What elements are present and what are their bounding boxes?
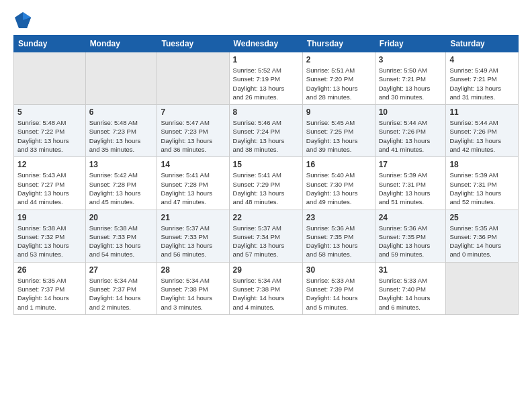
day-info: Sunrise: 5:39 AM Sunset: 7:31 PM Dayligh…: [449, 171, 515, 206]
day-number: 23: [306, 213, 371, 222]
day-cell: 4Sunrise: 5:49 AM Sunset: 7:21 PM Daylig…: [446, 52, 519, 105]
day-cell: [85, 52, 157, 105]
day-cell: 30Sunrise: 5:33 AM Sunset: 7:39 PM Dayli…: [302, 262, 375, 314]
day-cell: 27Sunrise: 5:34 AM Sunset: 7:37 PM Dayli…: [85, 262, 157, 314]
day-info: Sunrise: 5:48 AM Sunset: 7:23 PM Dayligh…: [89, 118, 154, 154]
week-row-4: 19Sunrise: 5:38 AM Sunset: 7:32 PM Dayli…: [14, 210, 519, 262]
day-number: 19: [17, 213, 82, 222]
day-number: 22: [233, 213, 299, 222]
day-number: 12: [17, 160, 82, 169]
day-cell: 19Sunrise: 5:38 AM Sunset: 7:32 PM Dayli…: [14, 210, 86, 262]
weekday-wednesday: Wednesday: [229, 36, 302, 52]
day-number: 16: [306, 160, 371, 169]
logo-icon: [13, 11, 32, 30]
day-cell: 7Sunrise: 5:47 AM Sunset: 7:23 PM Daylig…: [157, 105, 229, 157]
day-cell: 17Sunrise: 5:39 AM Sunset: 7:31 PM Dayli…: [375, 157, 446, 210]
day-cell: 6Sunrise: 5:48 AM Sunset: 7:23 PM Daylig…: [85, 105, 157, 157]
day-number: 29: [233, 265, 299, 275]
day-info: Sunrise: 5:33 AM Sunset: 7:39 PM Dayligh…: [306, 276, 371, 312]
weekday-saturday: Saturday: [446, 36, 519, 52]
day-cell: 9Sunrise: 5:45 AM Sunset: 7:25 PM Daylig…: [302, 105, 375, 157]
day-number: 4: [449, 55, 515, 64]
day-info: Sunrise: 5:38 AM Sunset: 7:33 PM Dayligh…: [89, 224, 154, 259]
day-number: 21: [161, 213, 225, 222]
day-info: Sunrise: 5:44 AM Sunset: 7:26 PM Dayligh…: [449, 118, 515, 154]
day-number: 1: [233, 55, 299, 64]
day-cell: 18Sunrise: 5:39 AM Sunset: 7:31 PM Dayli…: [446, 157, 519, 210]
day-info: Sunrise: 5:43 AM Sunset: 7:27 PM Dayligh…: [17, 171, 82, 206]
day-number: 24: [379, 213, 443, 222]
day-cell: 22Sunrise: 5:37 AM Sunset: 7:34 PM Dayli…: [229, 210, 302, 262]
day-number: 9: [306, 107, 371, 117]
day-info: Sunrise: 5:41 AM Sunset: 7:29 PM Dayligh…: [233, 171, 299, 206]
day-info: Sunrise: 5:46 AM Sunset: 7:24 PM Dayligh…: [233, 118, 299, 154]
day-info: Sunrise: 5:41 AM Sunset: 7:28 PM Dayligh…: [161, 171, 225, 206]
week-row-3: 12Sunrise: 5:43 AM Sunset: 7:27 PM Dayli…: [14, 157, 519, 210]
day-cell: 26Sunrise: 5:35 AM Sunset: 7:37 PM Dayli…: [14, 262, 86, 314]
day-number: 25: [449, 213, 515, 222]
day-info: Sunrise: 5:35 AM Sunset: 7:37 PM Dayligh…: [17, 276, 82, 312]
day-info: Sunrise: 5:37 AM Sunset: 7:33 PM Dayligh…: [161, 224, 225, 259]
day-number: 27: [89, 265, 154, 275]
day-info: Sunrise: 5:52 AM Sunset: 7:19 PM Dayligh…: [233, 66, 299, 101]
day-info: Sunrise: 5:34 AM Sunset: 7:38 PM Dayligh…: [233, 276, 299, 312]
weekday-monday: Monday: [85, 36, 157, 52]
day-cell: 15Sunrise: 5:41 AM Sunset: 7:29 PM Dayli…: [229, 157, 302, 210]
day-cell: 31Sunrise: 5:33 AM Sunset: 7:40 PM Dayli…: [375, 262, 446, 314]
day-cell: [14, 52, 86, 105]
day-number: 10: [379, 107, 443, 117]
day-number: 7: [161, 107, 225, 117]
weekday-friday: Friday: [375, 36, 446, 52]
day-cell: 2Sunrise: 5:51 AM Sunset: 7:20 PM Daylig…: [302, 52, 375, 105]
header: [13, 11, 519, 30]
day-cell: 14Sunrise: 5:41 AM Sunset: 7:28 PM Dayli…: [157, 157, 229, 210]
day-cell: 24Sunrise: 5:36 AM Sunset: 7:35 PM Dayli…: [375, 210, 446, 262]
day-number: 17: [379, 160, 443, 169]
day-cell: [157, 52, 229, 105]
day-cell: 21Sunrise: 5:37 AM Sunset: 7:33 PM Dayli…: [157, 210, 229, 262]
day-number: 13: [89, 160, 154, 169]
weekday-header-row: SundayMondayTuesdayWednesdayThursdayFrid…: [14, 36, 519, 52]
day-cell: 16Sunrise: 5:40 AM Sunset: 7:30 PM Dayli…: [302, 157, 375, 210]
day-cell: 13Sunrise: 5:42 AM Sunset: 7:28 PM Dayli…: [85, 157, 157, 210]
day-cell: 25Sunrise: 5:35 AM Sunset: 7:36 PM Dayli…: [446, 210, 519, 262]
day-cell: 3Sunrise: 5:50 AM Sunset: 7:21 PM Daylig…: [375, 52, 446, 105]
day-info: Sunrise: 5:34 AM Sunset: 7:37 PM Dayligh…: [89, 276, 154, 312]
weekday-sunday: Sunday: [14, 36, 86, 52]
page: SundayMondayTuesdayWednesdayThursdayFrid…: [0, 0, 532, 322]
day-cell: 29Sunrise: 5:34 AM Sunset: 7:38 PM Dayli…: [229, 262, 302, 314]
day-info: Sunrise: 5:36 AM Sunset: 7:35 PM Dayligh…: [379, 224, 443, 259]
day-cell: 5Sunrise: 5:48 AM Sunset: 7:22 PM Daylig…: [14, 105, 86, 157]
day-info: Sunrise: 5:38 AM Sunset: 7:32 PM Dayligh…: [17, 224, 82, 259]
day-info: Sunrise: 5:36 AM Sunset: 7:35 PM Dayligh…: [306, 224, 371, 259]
day-info: Sunrise: 5:37 AM Sunset: 7:34 PM Dayligh…: [233, 224, 299, 259]
day-number: 11: [449, 107, 515, 117]
week-row-1: 1Sunrise: 5:52 AM Sunset: 7:19 PM Daylig…: [14, 52, 519, 105]
day-number: 5: [17, 107, 82, 117]
logo: [13, 11, 35, 30]
day-cell: 10Sunrise: 5:44 AM Sunset: 7:26 PM Dayli…: [375, 105, 446, 157]
day-info: Sunrise: 5:42 AM Sunset: 7:28 PM Dayligh…: [89, 171, 154, 206]
day-number: 26: [17, 265, 82, 275]
calendar-table: SundayMondayTuesdayWednesdayThursdayFrid…: [13, 35, 519, 315]
day-info: Sunrise: 5:44 AM Sunset: 7:26 PM Dayligh…: [379, 118, 443, 154]
day-number: 8: [233, 107, 299, 117]
day-info: Sunrise: 5:40 AM Sunset: 7:30 PM Dayligh…: [306, 171, 371, 206]
week-row-2: 5Sunrise: 5:48 AM Sunset: 7:22 PM Daylig…: [14, 105, 519, 157]
day-number: 18: [449, 160, 515, 169]
day-cell: 20Sunrise: 5:38 AM Sunset: 7:33 PM Dayli…: [85, 210, 157, 262]
day-cell: [446, 262, 519, 314]
day-info: Sunrise: 5:33 AM Sunset: 7:40 PM Dayligh…: [379, 276, 443, 312]
day-number: 20: [89, 213, 154, 222]
day-cell: 28Sunrise: 5:34 AM Sunset: 7:38 PM Dayli…: [157, 262, 229, 314]
day-number: 2: [306, 55, 371, 64]
day-cell: 12Sunrise: 5:43 AM Sunset: 7:27 PM Dayli…: [14, 157, 86, 210]
day-info: Sunrise: 5:48 AM Sunset: 7:22 PM Dayligh…: [17, 118, 82, 154]
day-info: Sunrise: 5:45 AM Sunset: 7:25 PM Dayligh…: [306, 118, 371, 154]
day-info: Sunrise: 5:39 AM Sunset: 7:31 PM Dayligh…: [379, 171, 443, 206]
day-number: 3: [379, 55, 443, 64]
day-cell: 8Sunrise: 5:46 AM Sunset: 7:24 PM Daylig…: [229, 105, 302, 157]
day-number: 30: [306, 265, 371, 275]
day-cell: 1Sunrise: 5:52 AM Sunset: 7:19 PM Daylig…: [229, 52, 302, 105]
day-number: 28: [161, 265, 225, 275]
